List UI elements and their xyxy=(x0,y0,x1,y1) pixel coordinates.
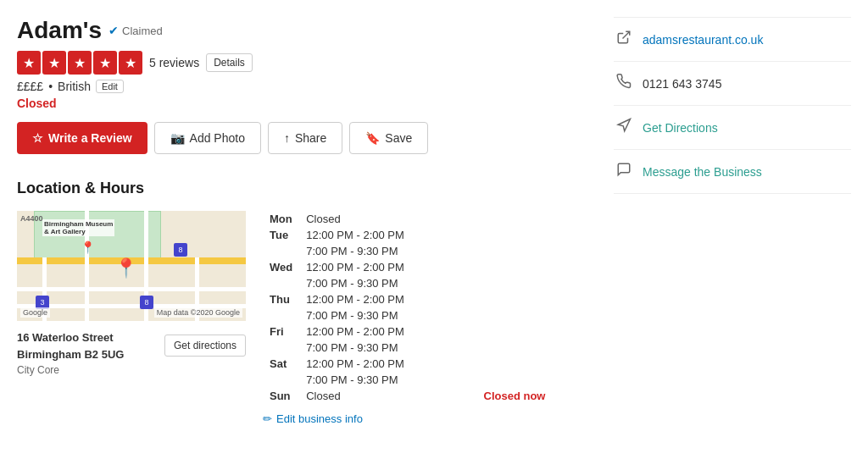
location-hours-section: Location & Hours A4400 xyxy=(17,180,597,425)
save-button[interactable]: 🔖 Save xyxy=(349,122,428,154)
time-slot: 12:00 PM - 2:00 PM xyxy=(299,259,476,275)
table-row: 7:00 PM - 9:30 PM xyxy=(263,275,597,291)
svg-line-0 xyxy=(623,31,630,38)
business-status: Closed xyxy=(17,97,597,110)
edit-button[interactable]: Edit xyxy=(96,80,124,93)
blue-pin: 📍 xyxy=(81,241,95,254)
phone-icon xyxy=(614,74,634,93)
address-line1: 16 Waterloo Street xyxy=(17,329,124,346)
svg-marker-1 xyxy=(618,119,630,131)
time-slot: 12:00 PM - 2:00 PM xyxy=(299,356,476,372)
star-1: ★ xyxy=(17,51,41,75)
check-icon: ✔ xyxy=(108,24,119,37)
details-button[interactable]: Details xyxy=(206,53,253,72)
star-rating: ★ ★ ★ ★ ★ xyxy=(17,51,142,75)
number-badge-3: 8 xyxy=(140,296,153,309)
table-row: 7:00 PM - 9:30 PM xyxy=(263,340,597,356)
category: British xyxy=(58,80,91,93)
external-link-icon xyxy=(614,30,634,49)
share-button[interactable]: ↑ Share xyxy=(268,122,342,154)
road-label-a4400: A4400 xyxy=(20,214,43,223)
day-label: Tue xyxy=(263,227,299,259)
google-watermark: Google xyxy=(20,307,50,318)
table-row: 7:00 PM - 9:30 PM xyxy=(263,307,597,323)
sidebar-directions[interactable]: Get Directions xyxy=(614,106,851,150)
yelp-pin: 📍 xyxy=(114,257,137,279)
table-row: MonClosed xyxy=(263,211,597,227)
sidebar-phone: 0121 643 3745 xyxy=(614,62,851,106)
time-slot: 12:00 PM - 2:00 PM xyxy=(299,323,476,340)
claimed-badge: ✔ Claimed xyxy=(108,24,163,37)
sidebar-message[interactable]: Message the Business xyxy=(614,150,851,194)
table-row: Thu12:00 PM - 2:00 PM xyxy=(263,291,597,307)
time-slot: 12:00 PM - 2:00 PM xyxy=(299,227,476,243)
day-label: Thu xyxy=(263,291,299,323)
claimed-label: Claimed xyxy=(122,25,163,37)
park-area xyxy=(34,211,161,262)
section-title: Location & Hours xyxy=(17,180,597,197)
directions-icon xyxy=(614,118,634,137)
bookmark-icon: 🔖 xyxy=(365,131,380,145)
table-row: Wed12:00 PM - 2:00 PM xyxy=(263,259,597,275)
meta-row: ££££ • British Edit xyxy=(17,80,597,93)
separator: • xyxy=(48,80,53,93)
closed-now-badge: Closed now xyxy=(477,388,597,404)
pencil-icon: ✏ xyxy=(263,412,272,425)
map-section: A4400 Birmingham Museum& Art Gallery 📍 📍… xyxy=(17,211,246,425)
website-link[interactable]: adamsrestaurant.co.uk xyxy=(643,33,763,47)
review-count: 5 reviews xyxy=(149,56,199,69)
table-row: 7:00 PM - 9:30 PM xyxy=(263,243,597,259)
map-data-watermark: Map data ©2020 Google xyxy=(154,307,242,318)
get-directions-button[interactable]: Get directions xyxy=(164,335,246,357)
write-review-button[interactable]: ☆ Write a Review xyxy=(17,122,147,154)
time-slot: 7:00 PM - 9:30 PM xyxy=(299,340,476,356)
sidebar-website: adamsrestaurant.co.uk xyxy=(614,17,851,62)
day-label: Wed xyxy=(263,259,299,291)
business-name: Adam's xyxy=(17,17,102,44)
table-row: Fri12:00 PM - 2:00 PM xyxy=(263,323,597,340)
road-h2 xyxy=(17,287,246,291)
time-slot: Closed xyxy=(299,211,476,227)
hours-section: MonClosedTue12:00 PM - 2:00 PM7:00 PM - … xyxy=(263,211,597,425)
time-slot: Closed xyxy=(299,388,476,404)
action-buttons: ☆ Write a Review 📷 Add Photo ↑ Share 🔖 S… xyxy=(17,122,597,154)
star-3: ★ xyxy=(68,51,92,75)
city-label: City Core xyxy=(17,362,124,378)
message-link[interactable]: Message the Business xyxy=(643,165,762,179)
business-header: Adam's ✔ Claimed xyxy=(17,17,597,44)
hours-table: MonClosedTue12:00 PM - 2:00 PM7:00 PM - … xyxy=(263,211,597,404)
camera-icon: 📷 xyxy=(170,131,185,145)
price-level: ££££ xyxy=(17,80,43,93)
table-row: 7:00 PM - 9:30 PM xyxy=(263,372,597,388)
star-2: ★ xyxy=(42,51,66,75)
day-label: Sun xyxy=(263,388,299,404)
table-row: Sat12:00 PM - 2:00 PM xyxy=(263,356,597,372)
share-icon: ↑ xyxy=(284,131,290,145)
number-badge: 8 xyxy=(174,243,187,257)
map-image[interactable]: A4400 Birmingham Museum& Art Gallery 📍 📍… xyxy=(17,211,246,321)
directions-link[interactable]: Get Directions xyxy=(643,121,718,135)
star-icon: ☆ xyxy=(32,131,43,145)
table-row: SunClosedClosed now xyxy=(263,388,597,404)
add-photo-button[interactable]: 📷 Add Photo xyxy=(154,122,261,154)
star-4: ★ xyxy=(93,51,117,75)
table-row: Tue12:00 PM - 2:00 PM xyxy=(263,227,597,243)
time-slot: 12:00 PM - 2:00 PM xyxy=(299,291,476,307)
address-line2: Birmingham B2 5UG xyxy=(17,346,124,363)
time-slot: 7:00 PM - 9:30 PM xyxy=(299,243,476,259)
museum-label: Birmingham Museum& Art Gallery xyxy=(42,219,114,236)
star-5: ★ xyxy=(119,51,142,75)
edit-business-info[interactable]: ✏ Edit business info xyxy=(263,412,597,425)
time-slot: 7:00 PM - 9:30 PM xyxy=(299,307,476,323)
message-icon xyxy=(614,162,634,181)
day-label: Fri xyxy=(263,323,299,356)
phone-number: 0121 643 3745 xyxy=(643,77,721,91)
stars-row: ★ ★ ★ ★ ★ 5 reviews Details xyxy=(17,51,597,75)
sidebar: adamsrestaurant.co.uk 0121 643 3745 Get … xyxy=(614,17,851,425)
day-label: Mon xyxy=(263,211,299,227)
day-label: Sat xyxy=(263,356,299,388)
time-slot: 7:00 PM - 9:30 PM xyxy=(299,275,476,291)
address-block: 16 Waterloo Street Birmingham B2 5UG Cit… xyxy=(17,329,246,378)
time-slot: 7:00 PM - 9:30 PM xyxy=(299,372,476,388)
location-hours-content: A4400 Birmingham Museum& Art Gallery 📍 📍… xyxy=(17,211,597,425)
